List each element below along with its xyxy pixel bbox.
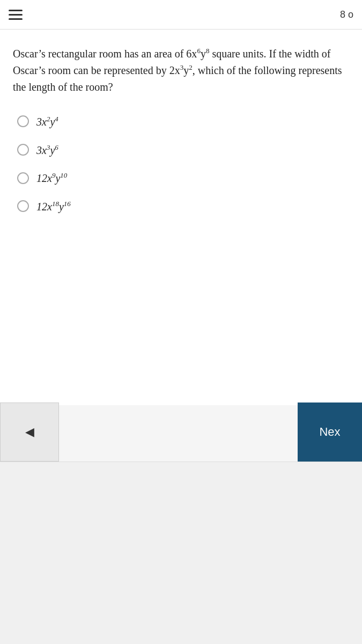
- option-b[interactable]: 3x3y6: [17, 143, 349, 157]
- main-content: Oscar’s rectangular room has an area of …: [0, 30, 362, 405]
- option-b-label: 3x3y6: [36, 143, 58, 157]
- bottom-area: [0, 462, 362, 644]
- back-icon: ◀: [25, 425, 34, 439]
- question-text: Oscar’s rectangular room has an area of …: [13, 46, 349, 96]
- next-label: Nex: [319, 425, 340, 439]
- next-button[interactable]: Nex: [298, 402, 362, 462]
- option-a[interactable]: 3x2y4: [17, 115, 349, 128]
- option-d-label: 12x18y16: [36, 200, 71, 213]
- option-d[interactable]: 12x18y16: [17, 200, 349, 213]
- option-c-label: 12x9y10: [36, 171, 67, 185]
- radio-b[interactable]: [17, 144, 29, 156]
- option-c[interactable]: 12x9y10: [17, 171, 349, 185]
- radio-d[interactable]: [17, 200, 29, 212]
- option-a-label: 3x2y4: [36, 115, 58, 128]
- top-bar: 8 o: [0, 0, 362, 30]
- back-button[interactable]: ◀: [0, 402, 59, 462]
- hamburger-menu[interactable]: [9, 10, 23, 20]
- options-list: 3x2y4 3x3y6 12x9y10 12x18y16: [17, 115, 349, 213]
- radio-a[interactable]: [17, 115, 29, 127]
- progress-indicator: 8 o: [340, 9, 353, 20]
- nav-bar: ◀ Nex: [0, 402, 362, 462]
- radio-c[interactable]: [17, 172, 29, 184]
